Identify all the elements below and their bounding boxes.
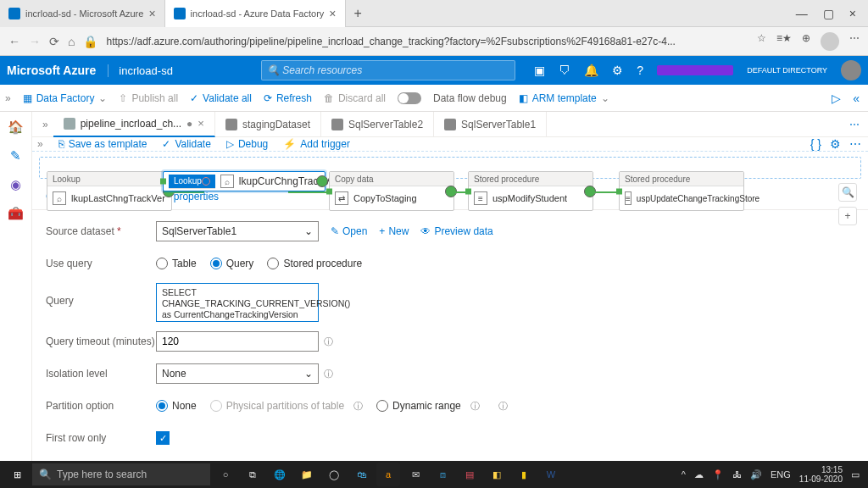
tab-dataset-sql2[interactable]: SqlServerTable2 bbox=[321, 112, 434, 137]
code-view-icon[interactable]: { } bbox=[810, 137, 821, 151]
back-icon[interactable]: ← bbox=[8, 35, 20, 48]
save-template-button[interactable]: ⎘Save as template bbox=[58, 138, 147, 150]
profile-avatar[interactable] bbox=[821, 32, 839, 51]
taskbar-search[interactable]: 🔍Type here to search bbox=[32, 463, 210, 485]
source-dataset-select[interactable]: SqlServerTable1⌄ bbox=[156, 221, 319, 241]
debug-button[interactable]: ▷Debug bbox=[226, 138, 268, 150]
app-amazon-icon[interactable]: a bbox=[376, 463, 400, 486]
canvas-search-button[interactable]: 🔍 bbox=[838, 183, 857, 202]
app-explorer-icon[interactable]: 📁 bbox=[295, 463, 319, 486]
home-icon[interactable]: ⌂ bbox=[68, 35, 75, 48]
author-nav-icon[interactable]: ✎ bbox=[8, 147, 25, 164]
tab-dataset-sql1[interactable]: SqlServerTable1 bbox=[434, 112, 547, 137]
close-window-icon[interactable]: × bbox=[849, 7, 856, 20]
info-icon[interactable]: ⓘ bbox=[324, 368, 333, 380]
isolation-select[interactable]: None⌄ bbox=[156, 363, 319, 384]
activity-lookup-last[interactable]: Lookup ⌕lkupLastChngTrackVer bbox=[47, 171, 172, 211]
close-tab-icon[interactable]: × bbox=[198, 117, 204, 130]
address-bar[interactable]: https://adf.azure.com/authoring/pipeline… bbox=[106, 36, 748, 47]
language-indicator[interactable]: ENG bbox=[771, 469, 791, 480]
radio-partition-dynamic[interactable]: Dynamic rangeⓘ bbox=[376, 400, 480, 413]
add-trigger-button[interactable]: ⚡Add trigger bbox=[283, 138, 350, 150]
info-icon[interactable]: ⓘ bbox=[324, 336, 333, 348]
more-icon[interactable]: ⋯ bbox=[849, 32, 860, 51]
close-icon[interactable]: × bbox=[329, 7, 336, 20]
activities-collapse-icon[interactable]: » bbox=[37, 138, 43, 150]
tab-dataset-staging[interactable]: stagingDataset bbox=[215, 112, 321, 137]
activity-sproc-update[interactable]: Stored procedure ≡uspUpdateChangeTrackin… bbox=[619, 171, 744, 211]
radio-query[interactable]: Query bbox=[210, 258, 254, 269]
tab-overflow-icon[interactable]: ⋯ bbox=[841, 119, 868, 130]
maximize-icon[interactable]: ▢ bbox=[823, 7, 834, 20]
app-vscode-icon[interactable]: ⧈ bbox=[431, 463, 454, 486]
input-handle[interactable] bbox=[160, 179, 166, 185]
feedback-banner[interactable] bbox=[657, 65, 733, 75]
settings-icon[interactable]: ⚙ bbox=[612, 64, 623, 77]
favorites-bar-icon[interactable]: ≡★ bbox=[776, 32, 792, 51]
validate-button[interactable]: ✓Validate bbox=[162, 138, 210, 150]
data-factory-dropdown[interactable]: ▦Data Factory⌄ bbox=[23, 92, 108, 104]
home-nav-icon[interactable]: 🏠 bbox=[8, 119, 25, 136]
input-handle[interactable] bbox=[326, 188, 332, 194]
canvas-add-button[interactable]: + bbox=[838, 207, 857, 225]
validate-all-button[interactable]: ✓Validate all bbox=[190, 92, 252, 104]
start-button[interactable]: ⊞ bbox=[5, 463, 29, 486]
browser-tab-adf[interactable]: incrload-sd - Azure Data Factory × bbox=[165, 0, 346, 27]
account-avatar[interactable] bbox=[841, 60, 861, 80]
app-chrome-icon[interactable]: ◯ bbox=[322, 463, 346, 486]
activity-lookup-current[interactable]: Lookup ⌕lkupCurChngTrackVer 🗑{}⧉⊕ bbox=[163, 171, 326, 191]
manage-nav-icon[interactable]: 🧰 bbox=[8, 205, 25, 222]
pipeline-canvas[interactable]: Lookup ⌕lkupLastChngTrackVer Lookup ⌕lku… bbox=[39, 157, 861, 179]
discard-all-button[interactable]: 🗑Discard all bbox=[324, 92, 386, 104]
app-store-icon[interactable]: 🛍 bbox=[349, 463, 373, 486]
search-input[interactable]: 🔍 Search resources bbox=[261, 60, 515, 80]
preview-data-link[interactable]: 👁Preview data bbox=[420, 225, 492, 237]
overflow-icon[interactable]: ⋯ bbox=[849, 137, 861, 151]
app-edge-icon[interactable]: 🌐 bbox=[268, 463, 292, 486]
new-tab-button[interactable]: + bbox=[346, 6, 370, 21]
collapse-right-icon[interactable]: « bbox=[853, 92, 860, 105]
radio-stored-procedure[interactable]: Stored procedure bbox=[267, 258, 362, 269]
input-handle[interactable] bbox=[616, 188, 622, 194]
minimize-icon[interactable]: — bbox=[796, 7, 808, 20]
input-handle[interactable] bbox=[465, 188, 471, 194]
info-icon[interactable]: ⓘ bbox=[498, 400, 508, 413]
data-flow-debug-toggle[interactable] bbox=[398, 92, 421, 104]
task-view-icon[interactable]: ⧉ bbox=[241, 463, 264, 486]
monitor-nav-icon[interactable]: ◉ bbox=[8, 176, 25, 193]
forward-icon[interactable]: → bbox=[29, 35, 41, 48]
refresh-icon[interactable]: ⟳ bbox=[49, 35, 59, 48]
new-dataset-link[interactable]: +New bbox=[379, 225, 409, 237]
help-icon[interactable]: ? bbox=[637, 64, 643, 77]
clock[interactable]: 13:1511-09-2020 bbox=[799, 465, 843, 484]
collections-icon[interactable]: ⊕ bbox=[802, 32, 810, 51]
app-sql-icon[interactable]: ▤ bbox=[458, 463, 481, 486]
network-icon[interactable]: 🖧 bbox=[732, 469, 742, 480]
run-icon[interactable]: ▷ bbox=[832, 92, 841, 105]
radio-table[interactable]: Table bbox=[156, 258, 197, 269]
close-icon[interactable]: × bbox=[148, 7, 155, 20]
volume-icon[interactable]: 🔊 bbox=[750, 469, 762, 480]
timeout-input[interactable] bbox=[156, 331, 319, 352]
app-ssms-icon[interactable]: ◧ bbox=[485, 463, 509, 486]
publish-all-button[interactable]: ⇧Publish all bbox=[119, 92, 178, 104]
browser-tab-azure-portal[interactable]: incrload-sd - Microsoft Azure × bbox=[0, 0, 165, 27]
query-textarea[interactable]: SELECT CHANGE_TRACKING_CURRENT_VERSION()… bbox=[156, 283, 319, 322]
settings-icon[interactable]: ⚙ bbox=[830, 137, 841, 151]
activity-copy[interactable]: Copy data ⇄CopyToStaging bbox=[329, 171, 454, 211]
onedrive-icon[interactable]: ☁ bbox=[694, 469, 704, 480]
open-dataset-link[interactable]: ✎Open bbox=[331, 225, 367, 237]
radio-partition-none[interactable]: None bbox=[156, 400, 197, 412]
cortana-icon[interactable]: ○ bbox=[214, 463, 237, 486]
favorite-icon[interactable]: ☆ bbox=[757, 32, 766, 51]
app-mail-icon[interactable]: ✉ bbox=[403, 463, 427, 486]
notifications-icon[interactable]: 🔔 bbox=[584, 64, 598, 77]
tab-pipeline[interactable]: pipeline_incrload_ch... ● × bbox=[53, 112, 215, 137]
app-powerbi-icon[interactable]: ▮ bbox=[512, 463, 536, 486]
tray-overflow-icon[interactable]: ^ bbox=[682, 469, 686, 480]
app-word-icon[interactable]: W bbox=[539, 463, 563, 486]
collapse-left-icon[interactable]: » bbox=[5, 92, 11, 104]
tabs-collapse-icon[interactable]: » bbox=[37, 119, 53, 130]
action-center-icon[interactable]: ▭ bbox=[851, 469, 860, 480]
output-handle[interactable] bbox=[316, 175, 328, 187]
